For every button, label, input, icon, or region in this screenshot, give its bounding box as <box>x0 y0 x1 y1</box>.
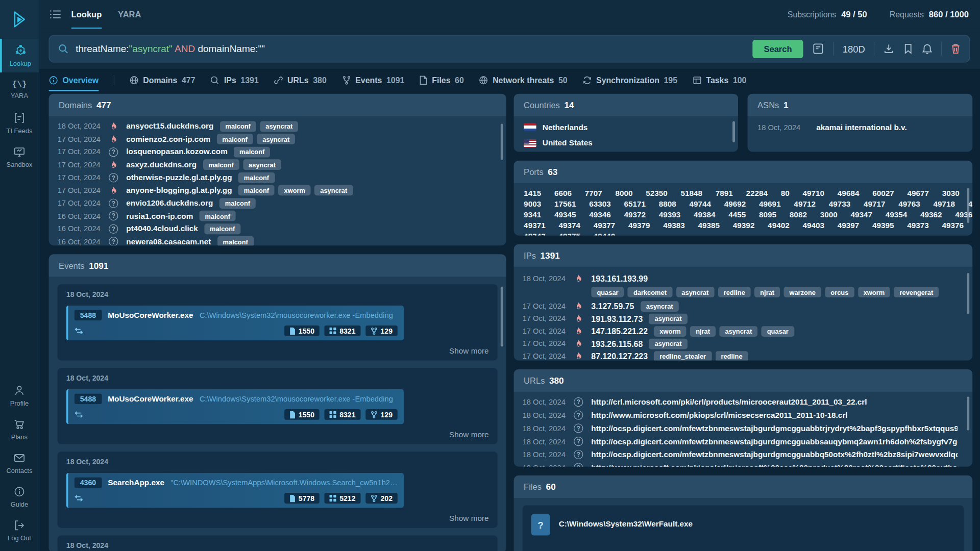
threat-badge[interactable]: asyncrat <box>260 121 298 132</box>
search-input[interactable]: threatName:"asyncrat" AND domainName:"" … <box>49 35 970 63</box>
row-value[interactable]: ansyoct15.duckdns.org <box>126 122 213 131</box>
threat-badge[interactable]: asyncrat <box>314 185 353 196</box>
threat-badge[interactable]: asyncrat <box>257 134 295 144</box>
threat-badge[interactable]: malconf <box>203 160 239 170</box>
threat-badge[interactable]: asyncrat <box>243 160 281 170</box>
port-value[interactable]: 49395 <box>872 220 894 231</box>
app-logo[interactable] <box>0 0 39 39</box>
table-row[interactable]: 16 Oct, 2024 ? pt4040.4cloud.click malco… <box>49 222 506 235</box>
port-value[interactable]: 22284 <box>746 189 768 199</box>
table-row[interactable]: 17 Oct, 2024 193.26.115.68 asyncrat <box>514 337 973 349</box>
port-value[interactable]: 49362 <box>920 210 942 220</box>
registry-count-chip[interactable]: 8321 <box>325 325 361 336</box>
table-row[interactable]: 18 Oct, 2024 ? http://crl.microsoft.com/… <box>514 395 973 409</box>
row-value[interactable]: otherwise-puzzle.gl.at.ply.gg <box>126 173 232 182</box>
time-range-selector[interactable]: 180D <box>843 43 865 54</box>
port-value[interactable]: 49403 <box>802 220 824 231</box>
port-value[interactable]: 65171 <box>624 199 646 210</box>
port-value[interactable]: 49718 <box>934 199 955 210</box>
port-value[interactable]: 49684 <box>838 189 860 199</box>
tab-domains[interactable]: Domains477 <box>129 70 195 90</box>
row-value[interactable]: rusia1.con-ip.com <box>126 212 193 220</box>
table-row[interactable]: 17 Oct, 2024 asxyz.duckdns.org malconf a… <box>49 158 506 171</box>
tab-tasks[interactable]: Tasks100 <box>692 70 746 90</box>
bookmark-icon[interactable] <box>903 43 913 54</box>
threat-badge[interactable]: malconf <box>200 211 236 221</box>
scrollbar-thumb[interactable] <box>967 188 969 223</box>
scrollbar-thumb[interactable] <box>732 121 735 143</box>
port-value[interactable]: 49363 <box>955 210 972 220</box>
port-value[interactable]: 49377 <box>594 220 616 231</box>
top-tab-yara[interactable]: YARA <box>118 0 141 29</box>
port-value[interactable]: 49710 <box>803 189 825 199</box>
sidebar-item-yara[interactable]: {\} YARA <box>0 72 39 106</box>
registry-count-chip[interactable]: 5212 <box>325 493 361 504</box>
threat-badge[interactable]: darkcomet <box>628 287 672 297</box>
asn-row[interactable]: 18 Oct, 2024 akamai international b.v. <box>747 116 972 135</box>
port-value[interactable]: 49677 <box>907 189 929 199</box>
row-value[interactable]: losquenopasan.kozow.com <box>126 147 227 156</box>
registry-count-chip[interactable]: 8321 <box>325 409 361 420</box>
port-value[interactable]: 49397 <box>838 220 860 231</box>
port-value[interactable]: 49373 <box>907 220 929 231</box>
row-value[interactable]: anyone-blogging.gl.at.ply.gg <box>126 186 232 195</box>
port-value[interactable]: 49744 <box>690 199 712 210</box>
port-value[interactable]: 49346 <box>589 210 611 220</box>
port-value[interactable]: 9341 <box>524 210 541 220</box>
threat-badge[interactable]: malconf <box>217 134 253 144</box>
table-row[interactable]: 18 Oct, 2024 ? http://ocsp.digicert.com/… <box>514 435 973 448</box>
port-value[interactable]: 49393 <box>659 210 681 220</box>
table-row[interactable]: 18 Oct, 2024 ansyoct15.duckdns.org malco… <box>49 120 506 133</box>
url-value[interactable]: http://ocsp.digicert.com/mfewtzbnmeswsta… <box>591 450 958 459</box>
table-row[interactable]: 16 Oct, 2024 ? rusia1.con-ip.com malconf <box>49 210 506 222</box>
search-button[interactable]: Search <box>752 40 803 58</box>
url-value[interactable]: http://www.microsoft.com/pkiops/crl/mics… <box>591 411 847 419</box>
asn-value[interactable]: akamai international b.v. <box>816 123 906 132</box>
process-row[interactable]: 5488 MoUsoCoreWorker.exe C:\Windows\Syst… <box>66 306 404 341</box>
port-value[interactable]: 4455 <box>728 210 746 220</box>
port-value[interactable]: 3000 <box>820 210 838 220</box>
query-history-icon[interactable] <box>812 42 824 55</box>
port-value[interactable]: 49347 <box>850 210 872 220</box>
threat-badge[interactable]: xworm <box>858 287 890 297</box>
ip-value[interactable]: 3.127.59.75 <box>591 302 634 311</box>
sidebar-item-ti-feeds[interactable]: TI Feeds <box>0 106 39 140</box>
port-value[interactable]: 8082 <box>790 210 807 220</box>
port-value[interactable]: 49717 <box>864 199 886 210</box>
port-value[interactable]: 49763 <box>898 199 920 210</box>
port-value[interactable]: 49383 <box>663 220 685 231</box>
country-row[interactable]: Germany <box>514 151 739 152</box>
tab-ips[interactable]: IPs1391 <box>210 70 259 90</box>
tab-network-threats[interactable]: Network threats50 <box>479 70 568 90</box>
threat-badge[interactable]: asyncrat <box>649 338 688 349</box>
threat-badge[interactable]: asyncrat <box>641 301 679 312</box>
port-value[interactable]: 49343 <box>524 231 546 236</box>
table-row[interactable]: 16 Oct, 2024 ? newera08.casacam.net malc… <box>49 235 506 245</box>
threat-badge[interactable]: quasar <box>762 326 794 337</box>
table-row[interactable]: 17 Oct, 2024 191.93.112.73 asyncrat <box>514 312 973 324</box>
ip-value[interactable]: 193.26.115.68 <box>591 339 643 348</box>
top-tab-lookup[interactable]: Lookup <box>71 0 102 29</box>
port-value[interactable]: 49691 <box>759 199 781 210</box>
port-value[interactable]: 49354 <box>886 210 908 220</box>
sidebar-item-sandbox[interactable]: Sandbox <box>0 140 39 173</box>
sidebar-item-profile[interactable]: Profile <box>0 379 39 412</box>
threat-badge[interactable]: xworm <box>278 185 310 196</box>
table-row[interactable]: 17 Oct, 2024 ? otherwise-puzzle.gl.at.pl… <box>49 171 506 184</box>
port-value[interactable]: 49385 <box>698 220 720 231</box>
threat-badge[interactable]: quasar <box>591 287 624 297</box>
threat-badge[interactable]: asyncrat <box>719 326 757 337</box>
port-value[interactable]: 7891 <box>716 189 733 199</box>
port-value[interactable]: 8808 <box>659 199 676 210</box>
threat-badge[interactable]: redline_stealer <box>654 351 712 361</box>
tab-events[interactable]: Events1091 <box>341 70 404 90</box>
ip-value[interactable]: 147.185.221.22 <box>591 327 648 336</box>
fork-count-chip[interactable]: 129 <box>365 409 398 420</box>
table-row[interactable]: 17 Oct, 2024 comienzo2.con-ip.com malcon… <box>49 133 506 145</box>
ip-value[interactable]: 193.161.193.99 <box>591 274 648 283</box>
port-value[interactable]: 49692 <box>724 199 746 210</box>
port-value[interactable]: 6606 <box>554 189 572 199</box>
table-row[interactable]: 17 Oct, 2024 ? losquenopasan.kozow.com m… <box>49 145 506 158</box>
tab-urls[interactable]: URLs380 <box>274 70 327 90</box>
port-value[interactable]: 49402 <box>768 220 790 231</box>
